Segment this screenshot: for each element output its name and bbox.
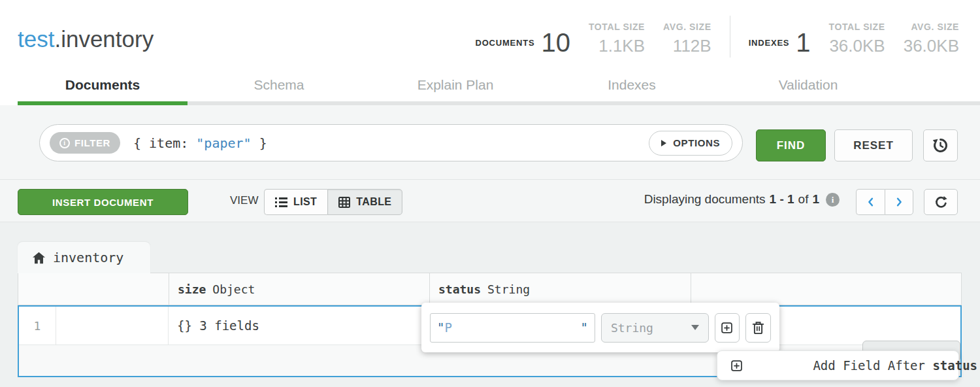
indexes-total-size-label: TOTAL SIZE — [829, 22, 885, 32]
options-button[interactable]: OPTIONS — [649, 131, 732, 156]
documents-avg-size-value: 112B — [673, 36, 711, 56]
chevron-right-icon — [893, 196, 905, 208]
document-table: size Object status String 1 {} 3 fields — [18, 273, 962, 377]
indexes-avg-size-label: AVG. SIZE — [911, 22, 959, 32]
documents-total-size-label: TOTAL SIZE — [589, 22, 645, 32]
chevron-down-icon — [691, 325, 699, 330]
tab-validation[interactable]: Validation — [720, 73, 896, 97]
cell-editor-popup: "P " String — [421, 303, 779, 352]
indexes-stat: INDEXES 1 — [749, 30, 811, 56]
closing-quote: " — [580, 320, 587, 335]
documents-toolbar: INSERT DOCUMENT VIEW LIST — [0, 180, 980, 222]
header-cell-size: size Object — [169, 273, 430, 305]
database-name: test — [18, 26, 54, 52]
namespace-title: test.inventory — [18, 26, 154, 52]
documents-avg-size-label: AVG. SIZE — [663, 22, 711, 32]
collection-name: inventory — [61, 26, 154, 52]
indexes-stat-label: INDEXES — [749, 38, 790, 48]
view-table-button[interactable]: TABLE — [327, 189, 402, 215]
cell-value-input[interactable]: "P " — [430, 313, 595, 343]
list-icon — [275, 197, 287, 208]
filter-pill-label: FILTER — [74, 137, 110, 148]
tab-explain-plan[interactable]: Explain Plan — [367, 73, 544, 97]
documents-stat: DOCUMENTS 10 — [475, 30, 570, 56]
documents-stat-value: 10 — [541, 30, 570, 55]
query-string-value: "paper" — [196, 135, 251, 151]
displaying-total: 1 — [812, 192, 819, 207]
row-blank-cell[interactable] — [56, 307, 169, 345]
indexes-avg-size-stat: AVG. SIZE 36.0KB — [904, 22, 959, 56]
cell-value-text: "P — [437, 320, 452, 335]
type-dropdown-value: String — [611, 321, 653, 335]
table-header-row: size Object status String — [18, 273, 962, 305]
tab-documents[interactable]: Documents — [14, 73, 191, 97]
refresh-icon — [934, 195, 949, 210]
type-dropdown[interactable]: String — [601, 313, 709, 343]
collection-tabs: Documents Schema Explain Plan Indexes Va… — [14, 73, 896, 97]
view-table-label: TABLE — [356, 196, 391, 208]
table-breadcrumb-tab[interactable]: inventory — [18, 242, 150, 273]
displaying-range: 1 - 1 — [770, 192, 794, 207]
add-field-after-menu-item[interactable]: Add Field After status — [717, 350, 959, 380]
query-prefix: { item: — [133, 135, 196, 151]
reset-button[interactable]: RESET — [834, 129, 913, 161]
refresh-documents-button[interactable] — [924, 189, 958, 215]
column-type-status: String — [487, 282, 530, 296]
stats-divider — [730, 16, 730, 58]
header-cell-status: status String — [430, 273, 691, 305]
filter-query-text[interactable]: { item: "paper" } — [133, 135, 267, 151]
tab-indexes[interactable]: Indexes — [544, 73, 720, 97]
caret-right-icon — [661, 140, 666, 146]
query-suffix: } — [252, 135, 267, 151]
displaying-prefix: Displaying documents — [644, 192, 766, 207]
column-name-size: size — [178, 282, 206, 296]
collection-stats: DOCUMENTS 10 TOTAL SIZE 1.1KB AVG. SIZE … — [475, 16, 959, 56]
column-name-status: status — [438, 282, 481, 296]
pagination-controls — [856, 189, 913, 215]
compass-collection-view: test.inventory DOCUMENTS 10 TOTAL SIZE 1… — [0, 0, 980, 387]
query-bar-section: FILTER { item: "paper" } OPTIONS FIND RE… — [0, 105, 980, 180]
plus-square-icon — [730, 330, 804, 387]
query-history-icon — [932, 137, 949, 154]
view-list-button[interactable]: LIST — [264, 189, 327, 215]
document-table-area: inventory size Object status String — [0, 222, 980, 387]
column-type-size: Object — [212, 282, 255, 296]
view-label: VIEW — [230, 194, 258, 207]
view-list-label: LIST — [293, 196, 317, 208]
displaying-of: of — [798, 192, 809, 207]
header-cell-trailing — [691, 273, 961, 305]
row-number-cell: 1 — [19, 307, 56, 345]
options-button-label: OPTIONS — [673, 137, 720, 148]
previous-page-button[interactable] — [856, 189, 885, 215]
namespace-dot: . — [54, 26, 61, 52]
tab-schema[interactable]: Schema — [191, 73, 367, 97]
indexes-stat-value: 1 — [796, 30, 810, 55]
filter-pill: FILTER — [50, 132, 120, 154]
query-history-button[interactable] — [923, 129, 958, 161]
documents-total-size-value: 1.1KB — [598, 36, 645, 56]
next-page-button[interactable] — [885, 189, 913, 215]
chevron-left-icon — [865, 196, 877, 208]
documents-stat-label: DOCUMENTS — [475, 38, 534, 48]
row-size-cell[interactable]: {} 3 fields — [169, 307, 429, 345]
indexes-avg-size-value: 36.0KB — [904, 36, 959, 56]
view-switcher: LIST TABLE — [264, 189, 402, 215]
displaying-documents-status: Displaying documents 1 - 1 of 1 — [644, 192, 840, 207]
documents-avg-size-stat: AVG. SIZE 112B — [663, 22, 711, 56]
insert-document-button[interactable]: INSERT DOCUMENT — [18, 189, 188, 215]
documents-total-size-stat: TOTAL SIZE 1.1KB — [589, 22, 645, 56]
displaying-info-icon[interactable] — [826, 193, 840, 207]
table-icon — [338, 197, 350, 208]
indexes-total-size-value: 36.0KB — [829, 36, 885, 56]
header-cell-rownum — [18, 273, 169, 305]
home-icon — [32, 252, 46, 264]
indexes-total-size-stat: TOTAL SIZE 36.0KB — [829, 22, 885, 56]
add-field-target-name: status — [932, 358, 977, 373]
find-button[interactable]: FIND — [756, 129, 826, 161]
add-field-after-text: Add Field After status — [813, 358, 977, 373]
filter-info-icon[interactable] — [59, 138, 70, 148]
query-input-bar[interactable]: FILTER { item: "paper" } OPTIONS — [39, 124, 743, 161]
collection-header: test.inventory DOCUMENTS 10 TOTAL SIZE 1… — [0, 0, 980, 105]
table-breadcrumb-label: inventory — [53, 250, 123, 265]
